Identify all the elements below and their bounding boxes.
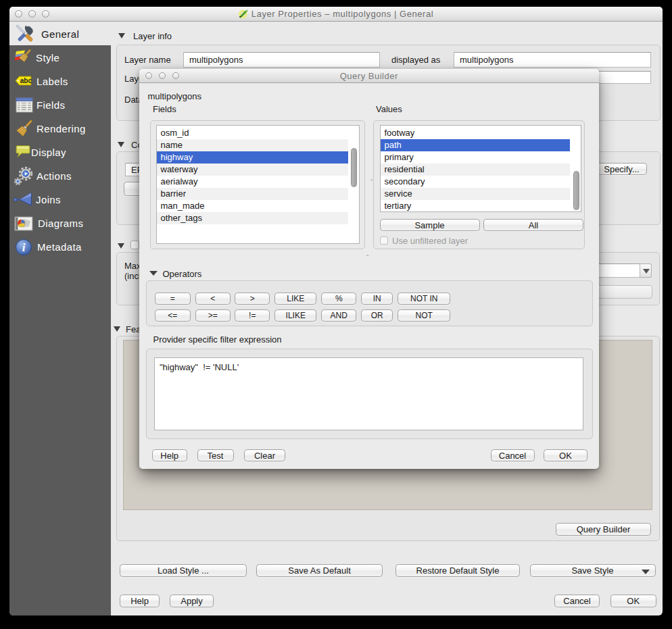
svg-text:abc: abc xyxy=(20,78,32,85)
svg-text:i: i xyxy=(22,241,26,254)
